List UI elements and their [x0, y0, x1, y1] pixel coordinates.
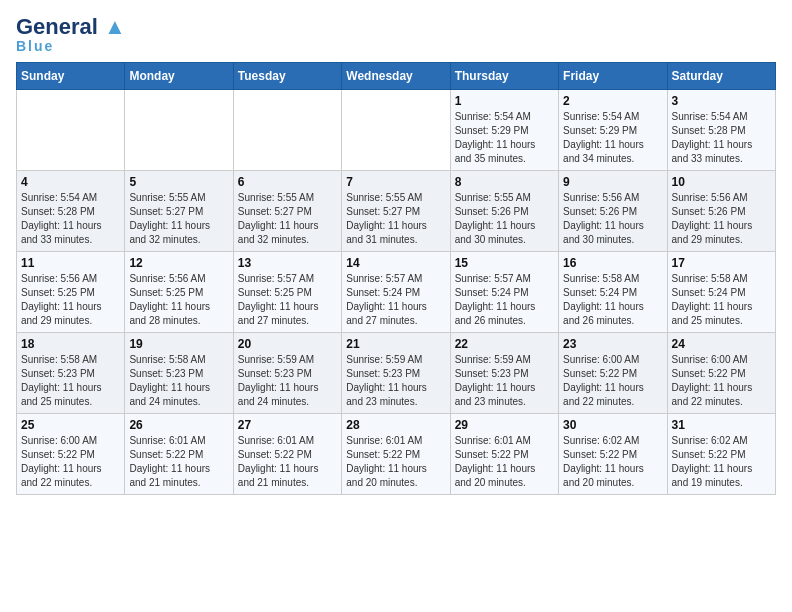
calendar-cell: 29Sunrise: 6:01 AMSunset: 5:22 PMDayligh…: [450, 414, 558, 495]
day-number: 18: [21, 337, 120, 351]
calendar-cell: 8Sunrise: 5:55 AMSunset: 5:26 PMDaylight…: [450, 171, 558, 252]
day-info: Sunrise: 6:01 AMSunset: 5:22 PMDaylight:…: [455, 434, 554, 490]
day-info: Sunrise: 5:57 AMSunset: 5:25 PMDaylight:…: [238, 272, 337, 328]
day-number: 13: [238, 256, 337, 270]
day-number: 23: [563, 337, 662, 351]
calendar-week-5: 25Sunrise: 6:00 AMSunset: 5:22 PMDayligh…: [17, 414, 776, 495]
day-info: Sunrise: 5:54 AMSunset: 5:29 PMDaylight:…: [563, 110, 662, 166]
logo: General ▲ Blue: [16, 16, 126, 54]
day-info: Sunrise: 5:57 AMSunset: 5:24 PMDaylight:…: [455, 272, 554, 328]
day-info: Sunrise: 5:59 AMSunset: 5:23 PMDaylight:…: [346, 353, 445, 409]
calendar-cell: 9Sunrise: 5:56 AMSunset: 5:26 PMDaylight…: [559, 171, 667, 252]
calendar-cell: 21Sunrise: 5:59 AMSunset: 5:23 PMDayligh…: [342, 333, 450, 414]
calendar-cell: 27Sunrise: 6:01 AMSunset: 5:22 PMDayligh…: [233, 414, 341, 495]
day-info: Sunrise: 6:02 AMSunset: 5:22 PMDaylight:…: [563, 434, 662, 490]
calendar-cell: 13Sunrise: 5:57 AMSunset: 5:25 PMDayligh…: [233, 252, 341, 333]
day-info: Sunrise: 5:59 AMSunset: 5:23 PMDaylight:…: [455, 353, 554, 409]
day-info: Sunrise: 6:00 AMSunset: 5:22 PMDaylight:…: [21, 434, 120, 490]
day-number: 30: [563, 418, 662, 432]
day-info: Sunrise: 6:01 AMSunset: 5:22 PMDaylight:…: [238, 434, 337, 490]
day-info: Sunrise: 5:59 AMSunset: 5:23 PMDaylight:…: [238, 353, 337, 409]
day-info: Sunrise: 5:58 AMSunset: 5:23 PMDaylight:…: [21, 353, 120, 409]
day-number: 16: [563, 256, 662, 270]
day-info: Sunrise: 5:55 AMSunset: 5:27 PMDaylight:…: [238, 191, 337, 247]
day-number: 8: [455, 175, 554, 189]
calendar-header: SundayMondayTuesdayWednesdayThursdayFrid…: [17, 63, 776, 90]
day-number: 29: [455, 418, 554, 432]
day-info: Sunrise: 5:56 AMSunset: 5:25 PMDaylight:…: [21, 272, 120, 328]
calendar-cell: [233, 90, 341, 171]
day-info: Sunrise: 6:01 AMSunset: 5:22 PMDaylight:…: [129, 434, 228, 490]
day-info: Sunrise: 5:58 AMSunset: 5:23 PMDaylight:…: [129, 353, 228, 409]
calendar-cell: 15Sunrise: 5:57 AMSunset: 5:24 PMDayligh…: [450, 252, 558, 333]
day-number: 5: [129, 175, 228, 189]
calendar-cell: 11Sunrise: 5:56 AMSunset: 5:25 PMDayligh…: [17, 252, 125, 333]
day-number: 1: [455, 94, 554, 108]
weekday-header-sunday: Sunday: [17, 63, 125, 90]
calendar-cell: 5Sunrise: 5:55 AMSunset: 5:27 PMDaylight…: [125, 171, 233, 252]
calendar-cell: 24Sunrise: 6:00 AMSunset: 5:22 PMDayligh…: [667, 333, 775, 414]
day-number: 4: [21, 175, 120, 189]
day-info: Sunrise: 6:02 AMSunset: 5:22 PMDaylight:…: [672, 434, 771, 490]
day-number: 27: [238, 418, 337, 432]
weekday-header-monday: Monday: [125, 63, 233, 90]
day-info: Sunrise: 5:54 AMSunset: 5:28 PMDaylight:…: [21, 191, 120, 247]
calendar-week-3: 11Sunrise: 5:56 AMSunset: 5:25 PMDayligh…: [17, 252, 776, 333]
logo-blue-label: Blue: [16, 38, 54, 54]
day-number: 28: [346, 418, 445, 432]
day-number: 14: [346, 256, 445, 270]
calendar-cell: 28Sunrise: 6:01 AMSunset: 5:22 PMDayligh…: [342, 414, 450, 495]
day-info: Sunrise: 6:00 AMSunset: 5:22 PMDaylight:…: [672, 353, 771, 409]
weekday-header-saturday: Saturday: [667, 63, 775, 90]
day-number: 19: [129, 337, 228, 351]
day-info: Sunrise: 5:54 AMSunset: 5:28 PMDaylight:…: [672, 110, 771, 166]
weekday-header-tuesday: Tuesday: [233, 63, 341, 90]
calendar-cell: 2Sunrise: 5:54 AMSunset: 5:29 PMDaylight…: [559, 90, 667, 171]
calendar-cell: 7Sunrise: 5:55 AMSunset: 5:27 PMDaylight…: [342, 171, 450, 252]
day-number: 25: [21, 418, 120, 432]
calendar-week-2: 4Sunrise: 5:54 AMSunset: 5:28 PMDaylight…: [17, 171, 776, 252]
calendar-cell: 6Sunrise: 5:55 AMSunset: 5:27 PMDaylight…: [233, 171, 341, 252]
day-number: 3: [672, 94, 771, 108]
weekday-header-friday: Friday: [559, 63, 667, 90]
day-info: Sunrise: 5:55 AMSunset: 5:27 PMDaylight:…: [346, 191, 445, 247]
day-info: Sunrise: 5:56 AMSunset: 5:26 PMDaylight:…: [563, 191, 662, 247]
weekday-header-wednesday: Wednesday: [342, 63, 450, 90]
day-info: Sunrise: 5:55 AMSunset: 5:27 PMDaylight:…: [129, 191, 228, 247]
weekday-header-thursday: Thursday: [450, 63, 558, 90]
calendar-cell: 4Sunrise: 5:54 AMSunset: 5:28 PMDaylight…: [17, 171, 125, 252]
calendar-cell: 22Sunrise: 5:59 AMSunset: 5:23 PMDayligh…: [450, 333, 558, 414]
calendar-cell: [342, 90, 450, 171]
day-number: 11: [21, 256, 120, 270]
calendar-cell: 18Sunrise: 5:58 AMSunset: 5:23 PMDayligh…: [17, 333, 125, 414]
calendar-cell: 19Sunrise: 5:58 AMSunset: 5:23 PMDayligh…: [125, 333, 233, 414]
calendar-cell: 17Sunrise: 5:58 AMSunset: 5:24 PMDayligh…: [667, 252, 775, 333]
calendar-week-4: 18Sunrise: 5:58 AMSunset: 5:23 PMDayligh…: [17, 333, 776, 414]
calendar-cell: 3Sunrise: 5:54 AMSunset: 5:28 PMDaylight…: [667, 90, 775, 171]
day-info: Sunrise: 5:54 AMSunset: 5:29 PMDaylight:…: [455, 110, 554, 166]
calendar-cell: 23Sunrise: 6:00 AMSunset: 5:22 PMDayligh…: [559, 333, 667, 414]
day-info: Sunrise: 5:56 AMSunset: 5:25 PMDaylight:…: [129, 272, 228, 328]
day-number: 12: [129, 256, 228, 270]
day-info: Sunrise: 5:55 AMSunset: 5:26 PMDaylight:…: [455, 191, 554, 247]
calendar-cell: 10Sunrise: 5:56 AMSunset: 5:26 PMDayligh…: [667, 171, 775, 252]
calendar-cell: 16Sunrise: 5:58 AMSunset: 5:24 PMDayligh…: [559, 252, 667, 333]
day-info: Sunrise: 6:00 AMSunset: 5:22 PMDaylight:…: [563, 353, 662, 409]
day-info: Sunrise: 5:57 AMSunset: 5:24 PMDaylight:…: [346, 272, 445, 328]
day-number: 17: [672, 256, 771, 270]
calendar-cell: 12Sunrise: 5:56 AMSunset: 5:25 PMDayligh…: [125, 252, 233, 333]
calendar-cell: 25Sunrise: 6:00 AMSunset: 5:22 PMDayligh…: [17, 414, 125, 495]
day-number: 15: [455, 256, 554, 270]
day-number: 20: [238, 337, 337, 351]
page-header: General ▲ Blue: [16, 16, 776, 54]
day-number: 7: [346, 175, 445, 189]
day-number: 9: [563, 175, 662, 189]
calendar-cell: [17, 90, 125, 171]
calendar-cell: 14Sunrise: 5:57 AMSunset: 5:24 PMDayligh…: [342, 252, 450, 333]
calendar-cell: 26Sunrise: 6:01 AMSunset: 5:22 PMDayligh…: [125, 414, 233, 495]
day-info: Sunrise: 6:01 AMSunset: 5:22 PMDaylight:…: [346, 434, 445, 490]
logo-general: General: [16, 14, 98, 39]
calendar-body: 1Sunrise: 5:54 AMSunset: 5:29 PMDaylight…: [17, 90, 776, 495]
day-number: 2: [563, 94, 662, 108]
logo-wordmark: General ▲: [16, 16, 126, 38]
